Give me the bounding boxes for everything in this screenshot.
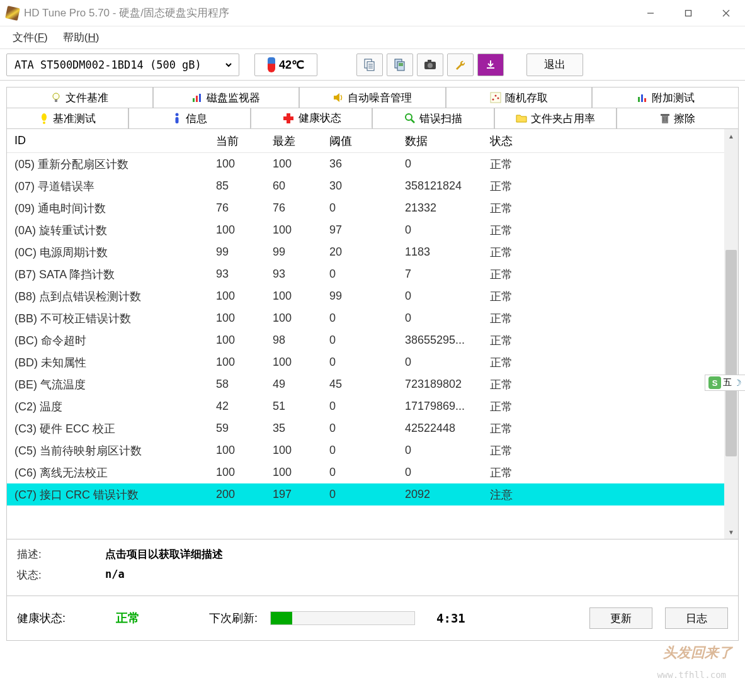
table-row[interactable]: (B7) SATA 降挡计数939307正常 [7, 263, 724, 285]
window-controls [632, 0, 745, 26]
close-button[interactable] [707, 0, 745, 26]
col-id[interactable]: ID [7, 134, 208, 147]
maximize-button[interactable] [669, 0, 707, 26]
tab-folder-usage[interactable]: 文件夹占用率 [494, 108, 617, 128]
table-row[interactable]: (C6) 离线无法校正10010000正常 [7, 461, 724, 483]
options-button[interactable] [447, 54, 474, 76]
svg-rect-25 [641, 94, 643, 102]
ime-icon: S [708, 376, 721, 389]
table-row[interactable]: (B8) 点到点错误检测计数100100990正常 [7, 285, 724, 307]
drive-dropdown[interactable]: ATA ST500DM002-1BD14 (500 gB) [12, 54, 234, 76]
cell-worst: 100 [265, 290, 322, 303]
table-row[interactable]: (BB) 不可校正错误计数10010000正常 [7, 307, 724, 329]
magnifier-icon [404, 113, 416, 124]
col-threshold[interactable]: 阈值 [322, 133, 397, 149]
table-row[interactable]: (BE) 气流温度584945723189802正常 [7, 373, 724, 395]
cell-status: 正常 [482, 267, 545, 282]
menu-help[interactable]: 帮助(H) [55, 28, 107, 47]
cell-worst: 100 [265, 157, 322, 171]
moon-icon: ☽ [734, 378, 742, 388]
cell-threshold: 0 [322, 334, 397, 347]
drive-selector[interactable]: ATA ST500DM002-1BD14 (500 gB) [6, 54, 239, 76]
cell-current: 100 [208, 290, 265, 303]
cell-status: 正常 [482, 201, 545, 216]
table-row[interactable]: (BC) 命令超时10098038655295...正常 [7, 329, 724, 351]
copy-screenshot-button[interactable] [387, 54, 413, 76]
cell-id: (09) 通电时间计数 [7, 201, 208, 216]
tab-health[interactable]: 健康状态 [251, 108, 373, 128]
save-button[interactable] [477, 54, 504, 76]
refresh-progress [270, 611, 415, 625]
smart-table: ID 当前 最差 阈值 数据 状态 (05) 重新分配扇区计数100100360… [7, 129, 724, 539]
svg-point-15 [53, 93, 59, 99]
ime-indicator[interactable]: S 五 ☽ [705, 375, 745, 391]
tab-erase[interactable]: 擦除 [617, 108, 739, 128]
table-row[interactable]: (0A) 旋转重试计数100100970正常 [7, 219, 724, 241]
table-row[interactable]: (09) 通电时间计数7676021332正常 [7, 197, 724, 219]
tab-file-benchmark[interactable]: 文件基准 [6, 87, 153, 108]
svg-line-34 [411, 120, 414, 123]
scroll-up-icon[interactable]: ▲ [724, 129, 738, 143]
minimize-button[interactable] [632, 0, 669, 26]
cell-status: 正常 [482, 399, 545, 414]
table-row[interactable]: (C3) 硬件 ECC 校正5935042522448正常 [7, 417, 724, 439]
refresh-label: 下次刷新: [209, 611, 258, 626]
col-data[interactable]: 数据 [397, 133, 482, 149]
col-current[interactable]: 当前 [208, 133, 265, 149]
svg-point-23 [498, 98, 499, 99]
cell-data: 1183 [397, 246, 482, 259]
app-icon [5, 6, 20, 21]
cell-current: 58 [208, 378, 265, 391]
table-row[interactable]: (C7) 接口 CRC 错误计数20019702092注意 [7, 483, 724, 505]
tab-error-scan[interactable]: 错误扫描 [372, 108, 494, 128]
log-button[interactable]: 日志 [665, 607, 728, 629]
cell-threshold: 0 [322, 268, 397, 281]
tab-disk-monitor[interactable]: 磁盘监视器 [153, 87, 300, 108]
info-icon [172, 113, 182, 124]
cell-threshold: 0 [322, 422, 397, 435]
tab-label: 自动噪音管理 [348, 91, 412, 105]
tab-random-access[interactable]: 随机存取 [446, 87, 593, 108]
col-status[interactable]: 状态 [482, 133, 545, 149]
cell-worst: 49 [265, 378, 322, 391]
menu-file[interactable]: 文件(F) [5, 28, 55, 47]
scroll-track[interactable] [724, 143, 738, 525]
exclaim-icon [39, 113, 49, 124]
cell-current: 100 [208, 466, 265, 479]
bulb-icon [50, 92, 62, 103]
health-label: 健康状态: [17, 611, 65, 626]
tab-label: 磁盘监视器 [207, 91, 260, 105]
cell-threshold: 0 [322, 466, 397, 479]
table-row[interactable]: (C2) 温度4251017179869...正常 [7, 395, 724, 417]
table-row[interactable]: (05) 重新分配扇区计数100100360正常 [7, 153, 724, 175]
update-button[interactable]: 更新 [589, 607, 652, 629]
tab-benchmark[interactable]: 基准测试 [6, 108, 128, 128]
col-worst[interactable]: 最差 [265, 133, 322, 149]
screenshot-button[interactable] [417, 54, 443, 76]
temperature-value: 42℃ [279, 58, 304, 72]
cell-id: (BB) 不可校正错误计数 [7, 311, 208, 326]
svg-point-33 [406, 114, 412, 120]
table-row[interactable]: (0C) 电源周期计数9999201183正常 [7, 241, 724, 263]
health-cross-icon [282, 112, 295, 125]
detail-panel: 描述: 点击项目以获取详细描述 状态: n/a [7, 539, 738, 596]
svg-point-27 [42, 113, 47, 121]
table-row[interactable]: (07) 寻道错误率856030358121824正常 [7, 175, 724, 197]
vertical-scrollbar[interactable]: ▲ ▼ [724, 129, 738, 539]
cell-threshold: 0 [322, 444, 397, 457]
tab-extra-tests[interactable]: 附加测试 [592, 87, 739, 108]
exit-button[interactable]: 退出 [526, 54, 583, 76]
table-row[interactable]: (BD) 未知属性10010000正常 [7, 351, 724, 373]
table-row[interactable]: (C5) 当前待映射扇区计数10010000正常 [7, 439, 724, 461]
scroll-thumb[interactable] [725, 250, 737, 456]
svg-rect-18 [196, 96, 198, 102]
tab-label: 附加测试 [652, 91, 695, 105]
tab-label: 基准测试 [53, 111, 96, 126]
scroll-down-icon[interactable]: ▼ [724, 525, 738, 539]
copy-text-button[interactable] [356, 54, 383, 76]
tab-info[interactable]: 信息 [128, 108, 251, 128]
cell-data: 0 [397, 223, 482, 237]
svg-rect-16 [55, 99, 57, 102]
tab-aam[interactable]: 自动噪音管理 [299, 87, 446, 108]
cell-id: (C7) 接口 CRC 错误计数 [7, 487, 208, 502]
